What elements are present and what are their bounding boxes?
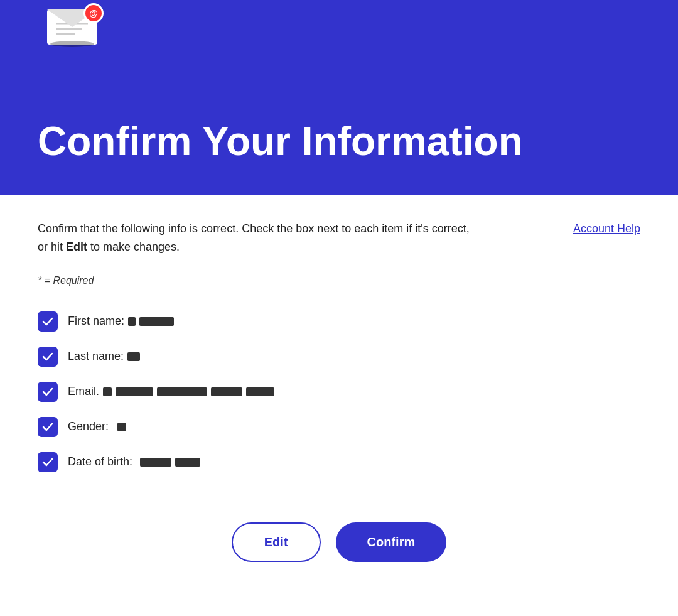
main-content: Confirm that the following info is corre… xyxy=(0,195,678,612)
confirm-button[interactable]: Confirm xyxy=(336,522,447,562)
description-text: Confirm that the following info is corre… xyxy=(38,220,477,256)
first-name-value xyxy=(139,317,174,326)
email-field: Email. xyxy=(68,385,274,398)
email-value-3 xyxy=(157,387,207,396)
page-title: Confirm Your Information xyxy=(38,119,640,163)
checkmark-icon xyxy=(41,350,54,363)
email-badge-icon: @ xyxy=(83,3,104,23)
page-header: @ Confirm Your Information xyxy=(0,0,678,195)
checkmark-icon xyxy=(41,386,54,398)
envelope-shadow xyxy=(50,41,94,47)
first-name-checkbox[interactable] xyxy=(38,311,58,332)
dob-checkbox[interactable] xyxy=(38,452,58,472)
list-item: Last name: xyxy=(38,347,640,367)
required-note: * = Required xyxy=(38,275,640,286)
email-value-4 xyxy=(211,387,242,396)
description-edit-word: Edit xyxy=(66,240,87,253)
content-header: Confirm that the following info is corre… xyxy=(38,220,640,256)
gender-value xyxy=(117,423,126,431)
dob-field: Date of birth: xyxy=(68,455,200,468)
gender-checkbox[interactable] xyxy=(38,417,58,437)
first-name-field: First name: xyxy=(68,315,174,328)
last-name-checkbox[interactable] xyxy=(38,347,58,367)
first-name-value-dot xyxy=(128,317,136,326)
email-checkbox[interactable] xyxy=(38,382,58,402)
description-part2: to make changes. xyxy=(87,240,180,253)
last-name-label: Last name: xyxy=(68,350,124,363)
email-icon: @ xyxy=(47,3,104,47)
dob-value-2 xyxy=(175,458,200,467)
email-value-5 xyxy=(246,387,274,396)
action-buttons: Edit Confirm xyxy=(38,510,640,587)
list-item: First name: xyxy=(38,311,640,332)
edit-button[interactable]: Edit xyxy=(232,522,321,562)
email-value-2 xyxy=(116,387,153,396)
email-value-1 xyxy=(103,387,112,396)
first-name-label: First name: xyxy=(68,315,124,328)
header-icon-area: @ xyxy=(38,0,113,50)
field-list: First name: Last name: xyxy=(38,311,640,472)
list-item: Email. xyxy=(38,382,640,402)
list-item: Date of birth: xyxy=(38,452,640,472)
list-item: Gender: xyxy=(38,417,640,437)
email-label: Email. xyxy=(68,385,99,398)
gender-label: Gender: xyxy=(68,420,109,433)
checkmark-icon xyxy=(41,456,54,468)
last-name-field: Last name: xyxy=(68,350,140,363)
gender-field: Gender: xyxy=(68,420,126,433)
account-help-link[interactable]: Account Help xyxy=(573,222,640,235)
checkmark-icon xyxy=(41,421,54,433)
last-name-value xyxy=(127,352,140,361)
checkmark-icon xyxy=(41,315,54,328)
dob-label: Date of birth: xyxy=(68,455,132,468)
dob-value-1 xyxy=(140,458,171,467)
